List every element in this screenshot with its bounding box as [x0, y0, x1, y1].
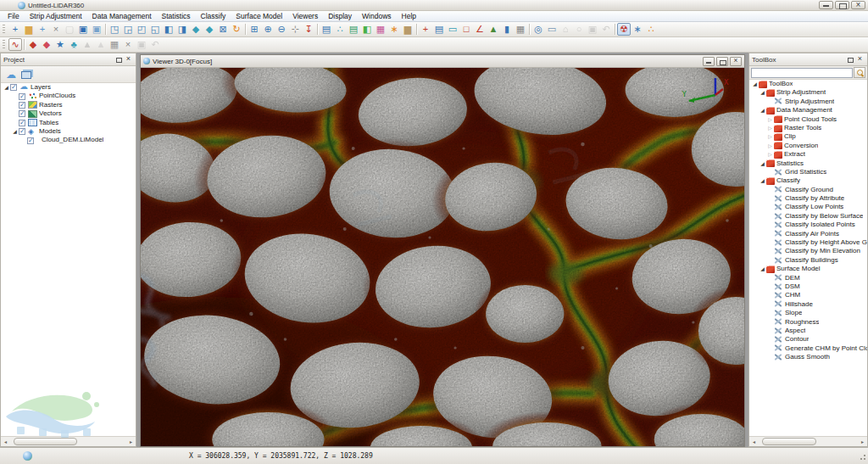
- toolbox-tree-item[interactable]: Strip Adjustment: [749, 98, 867, 106]
- classify-interactive-2[interactable]: ◆: [40, 38, 53, 51]
- scroll-right-icon[interactable]: ▸: [126, 439, 136, 444]
- expander-icon[interactable]: [759, 176, 766, 185]
- resize-grip[interactable]: [858, 452, 866, 461]
- layer-checkbox[interactable]: [19, 120, 25, 126]
- toolbox-tree-item[interactable]: Strip Adjustment: [749, 88, 867, 97]
- close-button[interactable]: [851, 1, 865, 9]
- toolbox-tree-item[interactable]: Grid Statistics: [749, 168, 867, 176]
- profile-chart[interactable]: ∿: [8, 38, 22, 51]
- close-panel-icon[interactable]: [124, 55, 133, 64]
- expander-icon[interactable]: [759, 159, 766, 168]
- classify-colors[interactable]: ☢: [617, 23, 631, 36]
- toolbox-tree-item[interactable]: Clip: [749, 132, 867, 141]
- toolbox-tree-item[interactable]: Classify Isolated Points: [749, 221, 867, 229]
- display-by-intensity[interactable]: ▤: [347, 23, 360, 36]
- toolbox-tree-item[interactable]: Aspect: [749, 327, 867, 335]
- measure-distance[interactable]: ▭: [446, 23, 459, 36]
- save-project[interactable]: ▣: [76, 23, 90, 36]
- remove-data[interactable]: ×: [49, 23, 63, 36]
- toolbox-tree-item[interactable]: Surface Model: [749, 265, 867, 273]
- project-tree-item[interactable]: Vectors: [1, 109, 136, 118]
- toolbox-tree-item[interactable]: Conversion: [749, 142, 867, 150]
- display-by-elevation[interactable]: ▤: [320, 23, 333, 36]
- menu-item[interactable]: Data Management: [87, 11, 157, 22]
- clear-data[interactable]: ▢: [63, 23, 76, 36]
- viewer-title-bar[interactable]: Viewer 3D-0[Focus]: [141, 55, 744, 68]
- measure-volume[interactable]: ▮: [500, 23, 514, 36]
- zoom-out[interactable]: ⊖: [275, 23, 288, 36]
- float-panel-icon[interactable]: [845, 55, 854, 64]
- menu-item[interactable]: Strip Adjustment: [25, 11, 87, 22]
- image-folder[interactable]: ▆: [401, 23, 415, 36]
- zoom-extent[interactable]: ⊞: [248, 23, 261, 36]
- expander-icon[interactable]: [759, 88, 766, 97]
- menu-item[interactable]: Surface Model: [231, 11, 287, 22]
- expander-icon[interactable]: [3, 83, 10, 92]
- project-tree-item[interactable]: Cloud_DEM.LiModel: [1, 136, 136, 144]
- profile-points[interactable]: ∴: [333, 23, 347, 36]
- project-tree-item[interactable]: Models: [1, 127, 136, 136]
- save-selection[interactable]: ▣: [586, 23, 599, 36]
- measure-density[interactable]: ▦: [514, 23, 527, 36]
- toolbox-tree-item[interactable]: DSM: [749, 282, 867, 291]
- toolbox-tree-item[interactable]: Statistics: [749, 159, 867, 168]
- toolbox-tree-item[interactable]: Classify Air Points: [749, 230, 867, 238]
- orbit-rotate[interactable]: ↻: [230, 23, 243, 36]
- menu-item[interactable]: File: [3, 11, 25, 22]
- grid-tool[interactable]: ▦: [108, 38, 121, 51]
- toolbox-tree-item[interactable]: Contour: [749, 335, 867, 344]
- scatter-points[interactable]: ∴: [644, 23, 658, 36]
- toolbox-tree-item[interactable]: Classify by Min Elevation: [749, 247, 867, 255]
- close-panel-icon[interactable]: [855, 55, 865, 64]
- layer-checkbox[interactable]: [19, 128, 25, 135]
- toolbox-tree-item[interactable]: Data Management: [749, 106, 867, 115]
- select-polygon[interactable]: ⌂: [559, 23, 572, 36]
- capture-view[interactable]: ⊠: [216, 23, 230, 36]
- layers-icon[interactable]: [21, 71, 31, 79]
- toolbox-tree-item[interactable]: Classify by Attribute: [749, 194, 867, 203]
- project-horizontal-scrollbar[interactable]: ◂ ▸: [1, 436, 136, 446]
- pin-view[interactable]: ↧: [302, 23, 315, 36]
- project-tree-item[interactable]: Layers: [1, 83, 136, 92]
- view-top[interactable]: ◳: [108, 23, 121, 36]
- menu-item[interactable]: Statistics: [157, 11, 196, 22]
- pan[interactable]: ⊹: [288, 23, 302, 36]
- project-tree-item[interactable]: Rasters: [1, 101, 136, 109]
- measure-angle[interactable]: ∠: [473, 23, 487, 36]
- select-zoom[interactable]: ◎: [531, 23, 545, 36]
- classify-selection[interactable]: ★: [53, 38, 67, 51]
- save-edit[interactable]: ▣: [135, 38, 148, 51]
- viewer-minimize-button[interactable]: [703, 57, 715, 66]
- zoom-in[interactable]: ⊕: [261, 23, 275, 36]
- profile-mountain-2[interactable]: ▲: [94, 38, 108, 51]
- toolbar-drag-handle[interactable]: [3, 40, 5, 50]
- layer-checkbox[interactable]: [27, 137, 34, 144]
- display-by-class[interactable]: ▦: [374, 23, 387, 36]
- layer-checkbox[interactable]: [10, 84, 17, 91]
- save-project-as[interactable]: ▣: [90, 23, 103, 36]
- toolbox-tree-item[interactable]: Hillshade: [749, 300, 867, 309]
- seed-point-tool[interactable]: ♣: [67, 38, 81, 51]
- toolbox-tree-item[interactable]: Roughness: [749, 318, 867, 327]
- layer-checkbox[interactable]: [19, 102, 25, 109]
- menu-item[interactable]: Windows: [357, 11, 396, 22]
- toolbox-tree-item[interactable]: Raster Tools: [749, 124, 867, 132]
- viewer-close-button[interactable]: [730, 57, 742, 66]
- scroll-left-icon[interactable]: ◂: [749, 439, 759, 444]
- search-icon[interactable]: [854, 67, 865, 78]
- toolbox-tree-item[interactable]: Gauss Smooth: [749, 353, 867, 361]
- undo-edit[interactable]: ↶: [148, 38, 162, 51]
- add-pointcloud-icon[interactable]: ☁: [6, 70, 16, 80]
- minimize-button[interactable]: [819, 1, 833, 9]
- toolbox-tree-item[interactable]: Classify by Below Surface: [749, 212, 867, 221]
- view-iso-back[interactable]: ◆: [203, 23, 216, 36]
- menu-item[interactable]: Display: [323, 11, 357, 22]
- multi-measure[interactable]: ▤: [432, 23, 446, 36]
- expander-icon[interactable]: [766, 115, 774, 124]
- expander-icon[interactable]: [751, 80, 759, 88]
- expander-icon[interactable]: [766, 124, 774, 132]
- expander-icon[interactable]: [766, 150, 774, 159]
- measure-area[interactable]: □: [459, 23, 473, 36]
- profile-mountain-1[interactable]: ▲: [81, 38, 94, 51]
- measure-height[interactable]: ▲: [487, 23, 500, 36]
